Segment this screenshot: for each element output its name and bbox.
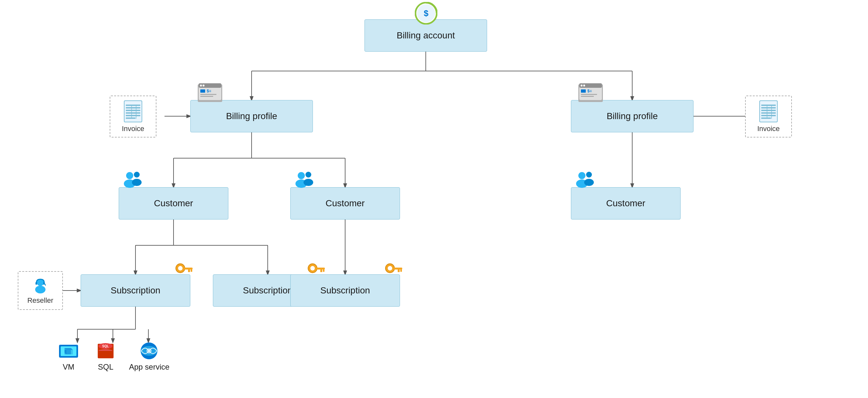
customer-2-node: Customer (290, 187, 400, 220)
svg-point-52 (132, 179, 142, 186)
svg-point-56 (304, 179, 313, 186)
svg-point-67 (310, 266, 315, 271)
svg-rect-74 (398, 269, 400, 272)
sql-icon: SQL (95, 342, 116, 360)
reseller-node: Reseller (18, 271, 63, 310)
svg-point-44 (583, 85, 585, 86)
billing-profile-left-icon: $≡ (197, 82, 223, 103)
svg-rect-81 (126, 105, 140, 106)
svg-rect-42 (579, 83, 602, 88)
customer-1-node: Customer (119, 187, 228, 220)
svg-rect-102 (66, 350, 73, 354)
svg-rect-69 (320, 269, 322, 272)
vm-label: VM (63, 363, 74, 372)
reseller-icon (32, 277, 49, 294)
svg-rect-92 (761, 110, 776, 111)
billing-profile-left-node: $≡ Billing profile (190, 100, 313, 132)
sql-label: SQL (98, 363, 113, 372)
subscription-3-node: Subscription (290, 274, 400, 307)
svg-rect-64 (188, 269, 190, 272)
svg-rect-48 (581, 96, 594, 97)
customer-2-label: Customer (326, 198, 365, 208)
svg-rect-38 (200, 94, 216, 95)
svg-rect-73 (393, 267, 402, 269)
svg-point-60 (584, 179, 594, 186)
customer-1-label: Customer (154, 198, 193, 208)
billing-profile-right-node: $≡ Billing profile (571, 100, 693, 132)
svg-rect-33 (199, 83, 221, 88)
svg-rect-70 (323, 269, 324, 272)
svg-point-114 (147, 348, 152, 353)
svg-rect-85 (126, 115, 140, 116)
billing-profile-right-icon: $≡ (578, 82, 603, 103)
customer-3-label: Customer (606, 198, 645, 208)
subscription-1-node: Subscription (81, 274, 190, 307)
svg-rect-47 (581, 94, 597, 95)
svg-rect-86 (126, 117, 135, 119)
customer-3-icon (573, 171, 599, 189)
diagram-container: $ $ Billing account $≡ Billing profile (0, 0, 868, 398)
svg-point-49 (126, 172, 133, 179)
svg-rect-65 (191, 269, 192, 272)
svg-rect-45 (581, 89, 586, 93)
svg-point-72 (388, 266, 392, 271)
svg-rect-68 (316, 267, 325, 269)
svg-rect-93 (761, 112, 776, 114)
svg-rect-110 (98, 351, 113, 355)
svg-point-51 (134, 172, 140, 177)
billing-profile-left-label: Billing profile (226, 111, 277, 121)
customer-1-icon (121, 171, 147, 189)
billing-account-icon: $ $ (415, 2, 437, 25)
subscription-1-label: Subscription (111, 285, 160, 296)
svg-text:$≡: $≡ (207, 89, 211, 93)
key-3-icon (383, 261, 403, 277)
svg-rect-94 (761, 115, 776, 116)
billing-account-node: $ $ Billing account (365, 19, 487, 52)
invoice-left-node: Invoice (110, 95, 156, 138)
svg-point-57 (578, 172, 585, 179)
svg-text:SQL: SQL (102, 344, 109, 348)
svg-point-59 (586, 172, 592, 177)
svg-rect-75 (400, 269, 402, 272)
key-1-icon (174, 261, 193, 277)
svg-point-55 (306, 172, 311, 177)
svg-rect-80 (124, 101, 142, 122)
svg-rect-82 (126, 107, 140, 109)
sql-resource: SQL SQL (95, 342, 116, 372)
svg-rect-39 (200, 96, 213, 97)
svg-text:$: $ (424, 8, 429, 18)
appservice-icon (139, 342, 160, 360)
appservice-resource: App service (129, 342, 169, 372)
svg-rect-90 (761, 105, 776, 106)
invoice-right-node: Invoice (745, 95, 792, 138)
svg-rect-84 (126, 112, 140, 114)
svg-rect-89 (760, 101, 777, 122)
subscription-3-label: Subscription (320, 285, 370, 296)
reseller-label: Reseller (27, 296, 54, 305)
appservice-label: App service (129, 363, 169, 372)
svg-point-53 (298, 172, 305, 179)
svg-rect-78 (35, 282, 37, 285)
svg-text:$≡: $≡ (587, 89, 592, 93)
svg-rect-91 (761, 107, 776, 109)
billing-profile-right-label: Billing profile (607, 111, 658, 121)
svg-rect-95 (761, 117, 771, 119)
vm-icon (58, 342, 79, 360)
invoice-left-icon (123, 100, 144, 123)
billing-account-label: Billing account (397, 30, 455, 41)
svg-rect-111 (98, 355, 113, 357)
invoice-right-icon (758, 100, 779, 123)
svg-point-62 (178, 266, 183, 271)
svg-point-43 (581, 85, 583, 86)
svg-rect-63 (184, 267, 192, 269)
svg-point-35 (203, 85, 205, 86)
subscription-2-label: Subscription (243, 285, 292, 296)
vm-resource: VM (58, 342, 79, 372)
svg-point-77 (35, 286, 45, 293)
svg-rect-36 (200, 89, 205, 93)
customer-2-icon (292, 171, 318, 189)
invoice-left-label: Invoice (122, 124, 145, 133)
svg-point-34 (200, 85, 202, 86)
svg-rect-83 (126, 110, 140, 111)
svg-rect-79 (43, 282, 45, 285)
